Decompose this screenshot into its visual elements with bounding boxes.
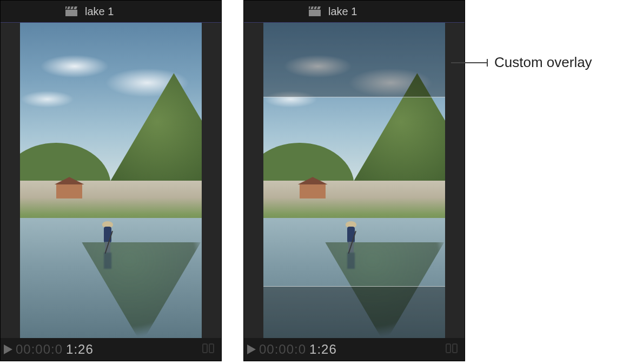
timecode-prefix: 00:00:0 [259,342,306,357]
annotation-callout: Custom overlay [451,54,592,71]
play-icon[interactable] [247,345,256,354]
custom-overlay-top [263,23,445,97]
svg-rect-8 [309,10,321,16]
timecode-value: 1:26 [309,342,337,357]
viewer-panel: lake 1 00:00:01:26 [0,0,222,361]
loop-icon[interactable] [445,342,459,357]
viewer-titlebar: lake 1 [244,1,465,22]
svg-rect-7 [209,344,214,353]
timecode-value: 1:26 [66,342,94,357]
callout-label: Custom overlay [494,54,592,71]
loop-icon[interactable] [202,342,216,357]
viewer-panel: lake 1 00:00:01:26 [243,0,465,361]
transport-bar: 00:00:01:26 [1,338,221,361]
clip-name: lake 1 [85,5,114,18]
svg-rect-0 [65,10,77,16]
viewer-canvas[interactable] [244,22,465,338]
transport-bar: 00:00:01:26 [244,338,465,361]
callout-leader-line [451,62,488,63]
svg-marker-13 [247,345,256,354]
svg-rect-15 [453,344,457,353]
video-frame [263,23,445,338]
clapper-icon [309,6,321,16]
timecode-prefix: 00:00:0 [16,342,63,357]
custom-overlay-bottom [263,286,445,338]
viewer-canvas[interactable] [1,22,221,338]
svg-marker-5 [4,345,12,354]
svg-rect-6 [203,344,207,353]
video-frame [20,23,202,338]
svg-rect-14 [446,344,451,353]
viewer-titlebar: lake 1 [1,1,221,22]
play-icon[interactable] [4,345,12,354]
clip-name: lake 1 [328,5,357,18]
clapper-icon [65,6,77,16]
